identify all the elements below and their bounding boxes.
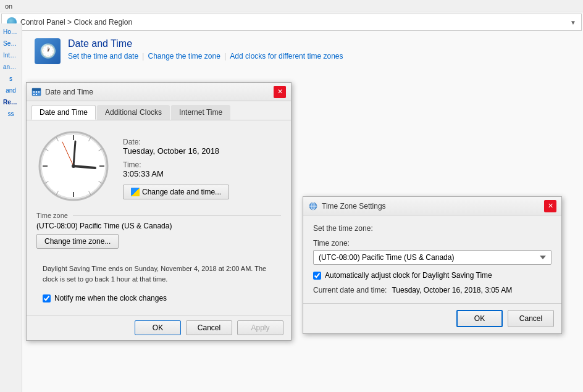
link-add-clocks[interactable]: Add clocks for different time zones <box>230 52 343 60</box>
datetime-dialog-close[interactable]: ✕ <box>274 86 286 98</box>
tz-dialog-body: Set the time zone: Time zone: (UTC-08:00… <box>303 215 561 303</box>
timezone-label-group: Time zone <box>36 212 281 219</box>
sidebar-item-security[interactable]: Security <box>2 39 20 48</box>
datetime-info: Date: Tuesday, October 16, 2018 Time: 3:… <box>123 133 281 199</box>
sidebar-item-home[interactable]: Home <box>2 27 20 36</box>
link-change-tz[interactable]: Change the time zone <box>148 52 220 60</box>
sidebar-item-sound[interactable]: and Sou... <box>2 62 20 72</box>
datetime-dialog: Date and Time ✕ Date and Time Additional… <box>26 82 292 341</box>
svg-rect-3 <box>36 91 37 93</box>
svg-rect-6 <box>36 94 37 95</box>
dst-label: Automatically adjust clock for Daylight … <box>325 271 492 280</box>
dst-check-row: Automatically adjust clock for Daylight … <box>313 271 552 280</box>
svg-rect-2 <box>33 91 35 93</box>
datetime-dialog-footer: OK Cancel Apply <box>27 315 291 340</box>
time-value: 3:05:33 AM <box>123 169 281 178</box>
window-title: on <box>5 2 12 10</box>
analog-clock <box>36 129 111 203</box>
datetime-ok-button[interactable]: OK <box>135 320 181 335</box>
timezone-section: Time zone (UTC-08:00) Pacific Time (US &… <box>36 212 281 254</box>
tz-ok-button[interactable]: OK <box>456 310 503 327</box>
datetime-cancel-button[interactable]: Cancel <box>186 320 232 335</box>
tab-additional-clocks[interactable]: Additional Clocks <box>97 105 170 120</box>
dst-notice: Daylight Saving Time ends on Sunday, Nov… <box>36 260 281 288</box>
cp-header-links: Set the time and date | Change the time … <box>68 51 343 60</box>
sidebar-item-region[interactable]: Region <box>2 98 20 107</box>
date-value: Tuesday, October 16, 2018 <box>123 146 281 156</box>
address-dropdown-arrow[interactable]: ▼ <box>570 19 576 26</box>
current-dt-value: Tuesday, October 16, 2018, 3:05 AM <box>392 286 512 294</box>
clock-section: Date: Tuesday, October 16, 2018 Time: 3:… <box>36 129 281 203</box>
tz-dialog-titlebar: Time Zone Settings ✕ <box>303 197 561 215</box>
timezone-value: (UTC-08:00) Pacific Time (US & Canada) <box>36 222 281 230</box>
tz-cancel-button[interactable]: Cancel <box>508 310 554 327</box>
cp-header-area: 🕐 Date and Time Set the time and date | … <box>25 32 581 70</box>
sidebar-item-misc1[interactable]: s <box>2 74 20 83</box>
date-label: Date: <box>123 138 281 146</box>
link-set-time[interactable]: Set the time and date <box>68 52 138 60</box>
cp-header-title: Date and Time <box>68 38 343 49</box>
svg-rect-1 <box>32 88 41 91</box>
sidebar-item-misc2[interactable]: and <box>2 86 20 95</box>
top-bar: on <box>0 0 583 12</box>
change-datetime-label: Change date and time... <box>142 188 221 196</box>
current-dt-label: Current date and time: <box>313 286 387 294</box>
tz-dialog-close[interactable]: ✕ <box>544 200 556 212</box>
datetime-dialog-title: Date and Time <box>45 88 270 96</box>
cp-header-icon: 🕐 <box>35 38 61 64</box>
dst-checkbox[interactable] <box>313 272 321 280</box>
address-bar: Control Panel > Clock and Region ▼ <box>1 14 582 31</box>
svg-rect-5 <box>33 94 35 95</box>
svg-rect-4 <box>38 91 40 93</box>
tz-dropdown-wrapper: (UTC-08:00) Pacific Time (US & Canada) <box>313 250 552 265</box>
tab-internet-time[interactable]: Internet Time <box>171 105 230 120</box>
datetime-dialog-body: Date: Tuesday, October 16, 2018 Time: 3:… <box>27 120 291 315</box>
address-bar-text: Control Panel > Clock and Region <box>20 18 132 27</box>
cp-header-text: Date and Time Set the time and date | Ch… <box>68 38 343 60</box>
notify-label: Notify me when the clock changes <box>54 294 167 302</box>
datetime-dialog-icon <box>31 87 41 97</box>
datetime-tabs: Date and Time Additional Clocks Internet… <box>27 101 291 120</box>
change-timezone-button[interactable]: Change time zone... <box>36 234 119 249</box>
svg-point-24 <box>72 164 75 168</box>
current-dt-row: Current date and time: Tuesday, October … <box>313 286 552 294</box>
datetime-dialog-titlebar: Date and Time ✕ <box>27 83 291 101</box>
notify-checkbox[interactable] <box>43 294 51 302</box>
tz-set-label: Set the time zone: <box>313 224 552 233</box>
tab-date-time[interactable]: Date and Time <box>31 105 96 120</box>
datetime-apply-button[interactable]: Apply <box>237 320 283 335</box>
tz-dialog: Time Zone Settings ✕ Set the time zone: … <box>303 196 562 334</box>
notify-checkbox-row: Notify me when the clock changes <box>36 294 281 302</box>
tz-dropdown[interactable]: (UTC-08:00) Pacific Time (US & Canada) <box>313 250 552 265</box>
sidebar-item-misc3[interactable]: ss <box>2 109 20 119</box>
sidebar: Home Security Intern... and Sou... s and… <box>0 23 22 392</box>
sidebar-item-internet[interactable]: Intern... <box>2 51 20 60</box>
tz-dialog-icon <box>308 201 318 211</box>
timezone-section-label: Time zone <box>36 212 68 219</box>
tz-field-label: Time zone: <box>313 239 552 248</box>
change-datetime-button[interactable]: Change date and time... <box>123 185 229 199</box>
tz-dialog-footer: OK Cancel <box>303 303 561 333</box>
tz-dialog-title: Time Zone Settings <box>322 202 540 211</box>
shield-icon <box>131 188 140 196</box>
section-line <box>73 215 281 216</box>
time-label: Time: <box>123 161 281 169</box>
